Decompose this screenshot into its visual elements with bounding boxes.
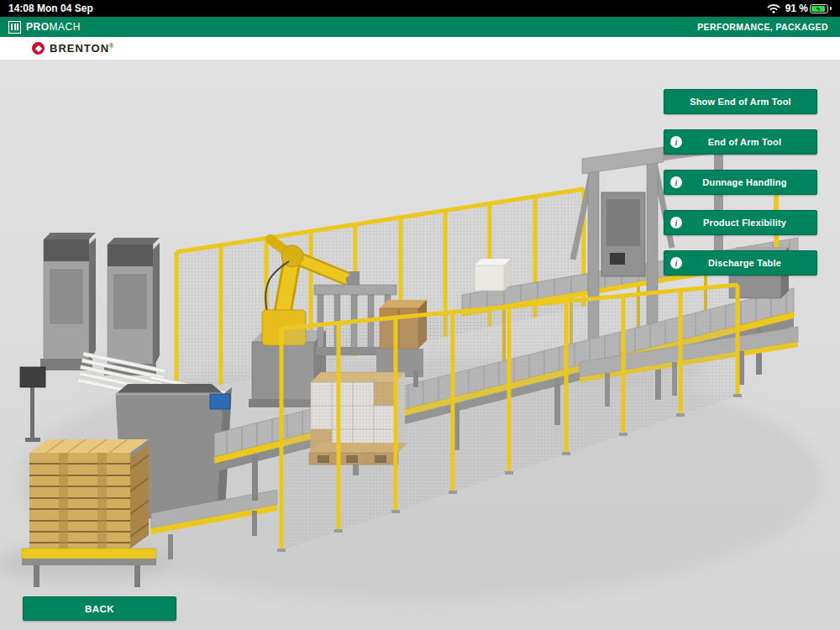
dunnage-handling-button[interactable]: i Dunnage Handling: [664, 170, 817, 195]
main-stage: Show End of Arm Tool i End of Arm Tool i…: [0, 60, 840, 630]
button-label: Show End of Arm Tool: [690, 97, 791, 107]
end-of-arm-tool-button[interactable]: i End of Arm Tool: [664, 129, 817, 155]
info-icon: i: [670, 176, 682, 188]
wifi-icon: [767, 3, 780, 13]
carton-on-rear-conveyor: [475, 259, 511, 291]
drive-motor: [210, 394, 230, 409]
discharge-table-button[interactable]: i Discharge Table: [664, 250, 817, 276]
button-label: Discharge Table: [708, 258, 781, 268]
battery-percent: 91 %: [785, 3, 808, 14]
promach-logo-icon: [8, 21, 21, 34]
button-label: Dunnage Handling: [702, 177, 786, 187]
header-tagline: PERFORMANCE, PACKAGED: [697, 22, 828, 32]
pallet-stack: [22, 439, 156, 587]
info-icon: i: [670, 217, 682, 228]
info-icon: i: [670, 136, 682, 148]
brenton-logo-text: BRENTON®: [50, 42, 114, 55]
info-icon: i: [670, 257, 682, 269]
button-label: End of Arm Tool: [708, 137, 781, 147]
clock: 14:08 Mon 04 Sep: [8, 3, 93, 14]
app-window: 14:08 Mon 04 Sep 91 % ϟ PROMACH PERFORMA…: [0, 0, 840, 630]
back-button-label: BACK: [85, 604, 114, 614]
brenton-bar: BRENTON®: [0, 37, 840, 60]
promach-header: PROMACH PERFORMANCE, PACKAGED: [0, 17, 840, 37]
status-bar: 14:08 Mon 04 Sep 91 % ϟ: [0, 0, 840, 17]
charging-bolt-icon: ϟ: [816, 5, 820, 13]
battery-icon: ϟ: [810, 4, 828, 13]
feature-button-column: Show End of Arm Tool i End of Arm Tool i…: [664, 89, 817, 276]
show-end-of-arm-tool-button[interactable]: Show End of Arm Tool: [664, 89, 817, 114]
back-button[interactable]: BACK: [23, 596, 176, 621]
promach-logo: PROMACH: [8, 21, 81, 34]
button-label: Product Flexibility: [703, 218, 786, 228]
status-right-cluster: 91 % ϟ: [767, 3, 832, 14]
promach-logo-text: PROMACH: [26, 21, 81, 33]
product-flexibility-button[interactable]: i Product Flexibility: [664, 210, 817, 235]
brenton-logo-icon: [32, 42, 45, 55]
battery-indicator: 91 % ϟ: [785, 3, 832, 14]
